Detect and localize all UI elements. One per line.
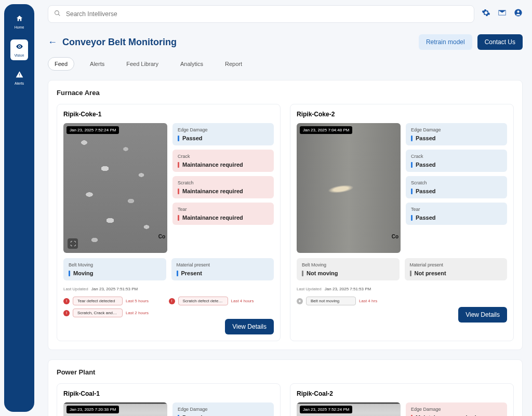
co-label: Co — [158, 234, 165, 239]
status-scratch: Scratch Passed — [406, 176, 507, 198]
status-bar-icon — [411, 162, 413, 168]
svg-line-1 — [58, 14, 60, 16]
status-edge-damage: Edge Damage Passed — [406, 123, 507, 145]
sidebar-item-label: Home — [15, 25, 24, 29]
status-material: Material present Not present — [405, 258, 508, 280]
gear-icon[interactable] — [482, 8, 490, 20]
timestamp-badge: Jan 23, 2025 7:52:24 PM — [66, 126, 119, 134]
status-bar-icon — [410, 271, 411, 276]
view-details-button[interactable]: View Details — [225, 319, 274, 334]
sidebar-item-vision[interactable]: Vision — [10, 39, 28, 60]
home-icon — [16, 15, 23, 24]
sidebar-item-home[interactable]: Home — [10, 11, 28, 32]
alert-chip: ! Scratch, Crack and Tear defect... Last… — [63, 308, 169, 317]
back-arrow-icon[interactable]: ← — [48, 37, 57, 48]
status-bar-icon — [411, 136, 413, 141]
tab-feed[interactable]: Feed — [48, 57, 74, 71]
tab-feed-library[interactable]: Feed Library — [120, 58, 165, 70]
tab-report[interactable]: Report — [219, 58, 248, 70]
alert-chip: ! Tear defect detected Last 5 hours — [63, 297, 169, 305]
view-details-button[interactable]: View Details — [458, 307, 507, 323]
tab-alerts[interactable]: Alerts — [84, 58, 111, 70]
sidebar-item-label: Alerts — [15, 82, 24, 85]
timestamp-badge: Jan 23, 2025 7:20:38 PM — [66, 406, 119, 413]
co-label: Co — [392, 234, 398, 239]
alert-dot-icon: ! — [63, 298, 70, 304]
alert-icon — [16, 71, 23, 80]
status-bar-icon — [178, 215, 179, 221]
alert-dot-icon: ! — [63, 310, 70, 316]
feed-card: Ripik-Coke-2 Jan 23, 2025 7:04:48 PM Co … — [290, 104, 514, 341]
timestamp-badge: Jan 23, 2025 7:52:24 PM — [300, 406, 352, 413]
status-tear: Tear Passed — [406, 203, 507, 225]
status-bar-icon — [178, 189, 179, 194]
sidebar-item-label: Vision — [15, 53, 24, 57]
section-title: Power Plant — [57, 368, 514, 376]
feed-card: Ripik-Coal-2 Jan 23, 2025 7:52:24 PM Edg… — [290, 383, 514, 416]
feed-image: Jan 23, 2025 7:04:48 PM Co — [297, 123, 401, 253]
retrain-button[interactable]: Retrain model — [419, 34, 472, 50]
status-scratch: Scratch Maintainance required — [172, 176, 274, 198]
content[interactable]: ← Conveyor Belt Monitoring Retrain model… — [38, 28, 532, 416]
section-power-plant: Power Plant Ripik-Coal-1 Jan 23, 2025 7:… — [48, 359, 523, 416]
main: ← Conveyor Belt Monitoring Retrain model… — [38, 0, 532, 416]
contact-button[interactable]: Contact Us — [477, 34, 523, 50]
svg-point-3 — [517, 10, 519, 12]
status-bar-icon — [178, 162, 179, 168]
mail-icon[interactable] — [498, 8, 507, 20]
eye-icon — [16, 43, 23, 52]
search-icon — [54, 10, 61, 18]
card-title: Ripik-Coal-1 — [63, 390, 274, 397]
card-title: Ripik-Coal-2 — [297, 390, 507, 397]
tabs: Feed Alerts Feed Library Analytics Repor… — [48, 57, 523, 71]
status-bar-icon — [411, 215, 413, 221]
status-material: Material present Present — [171, 258, 274, 280]
alert-dot-icon: ● — [297, 298, 303, 304]
status-bar-icon — [178, 136, 179, 141]
feed-card: Ripik-Coal-1 Jan 23, 2025 7:20:38 PM Edg… — [57, 383, 281, 416]
status-belt: Belt Moving Moving — [63, 258, 166, 280]
search-input[interactable] — [48, 5, 474, 23]
page-header: ← Conveyor Belt Monitoring Retrain model… — [48, 34, 523, 50]
feed-image: Jan 23, 2025 7:20:38 PM — [63, 402, 167, 416]
user-icon[interactable] — [514, 8, 523, 20]
expand-icon[interactable]: ⛶ — [68, 238, 78, 249]
feed-image: Jan 23, 2025 7:52:24 PM — [297, 402, 401, 416]
svg-point-0 — [55, 11, 59, 15]
status-crack: Crack Passed — [406, 150, 507, 172]
alert-chip: ● Belt not moving Last 4 hrs — [297, 297, 402, 305]
timestamp-badge: Jan 23, 2025 7:04:48 PM — [300, 126, 352, 134]
status-crack: Crack Maintainance required — [172, 150, 274, 172]
feed-card: Ripik-Coke-1 Jan 23, 2025 7:52:24 PM Co … — [57, 104, 281, 341]
status-bar-icon — [302, 271, 303, 276]
status-edge-damage: Edge Damage Passed — [172, 123, 274, 145]
sidebar: Home Vision Alerts — [4, 4, 34, 412]
section-title: Furnace Area — [57, 89, 514, 97]
alert-chip: ! Scratch defect detected Last 4 hours — [169, 297, 274, 305]
top-icons — [482, 8, 523, 20]
card-title: Ripik-Coke-1 — [63, 111, 274, 118]
page-title: Conveyor Belt Monitoring — [62, 37, 177, 48]
search-wrap — [48, 5, 474, 23]
status-bar-icon — [177, 271, 178, 276]
sidebar-item-alerts[interactable]: Alerts — [10, 68, 28, 88]
status-edge-damage: Edge Damage Maintainance required — [406, 402, 507, 416]
status-bar-icon — [69, 271, 70, 276]
last-updated: Last Updated Jan 23, 2025 7:51:53 PM — [63, 287, 274, 291]
last-updated: Last Updated Jan 23, 2025 7:51:53 PM — [297, 287, 507, 291]
card-title: Ripik-Coke-2 — [297, 111, 507, 118]
topbar — [38, 0, 532, 28]
feed-image: Jan 23, 2025 7:52:24 PM Co ⛶ — [63, 123, 167, 253]
status-belt: Belt Moving Not moving — [297, 258, 400, 280]
status-tear: Tear Maintainance required — [172, 203, 274, 225]
status-bar-icon — [411, 189, 413, 194]
alert-dot-icon: ! — [169, 298, 175, 304]
section-furnace: Furnace Area Ripik-Coke-1 Jan 23, 2025 7… — [48, 80, 523, 350]
tab-analytics[interactable]: Analytics — [174, 58, 209, 70]
status-edge-damage: Edge Damage Passed — [172, 402, 274, 416]
